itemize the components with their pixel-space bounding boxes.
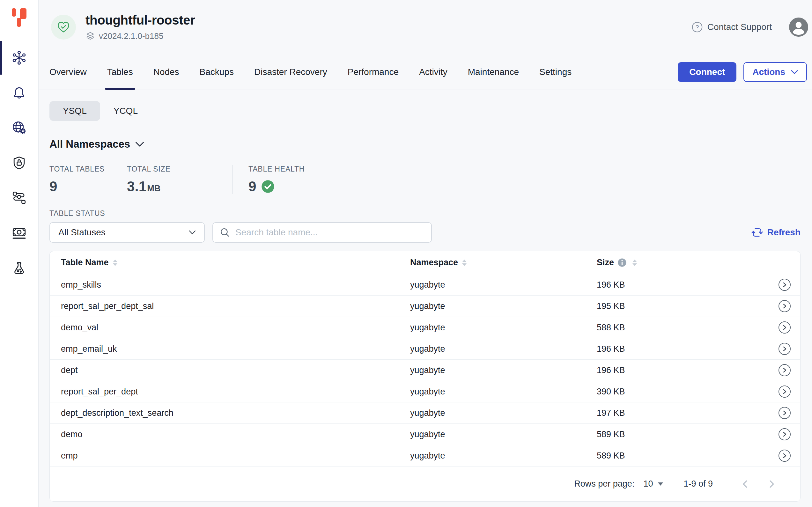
chevron-right-icon xyxy=(782,410,788,416)
tabs: Overview Tables Nodes Backups Disaster R… xyxy=(49,54,572,90)
tab-activity[interactable]: Activity xyxy=(419,54,447,90)
tab-disaster-recovery[interactable]: Disaster Recovery xyxy=(254,54,327,90)
tab-overview[interactable]: Overview xyxy=(49,54,87,90)
tab-backups[interactable]: Backups xyxy=(200,54,234,90)
toggle-ysql[interactable]: YSQL xyxy=(49,101,100,121)
column-size[interactable]: Size xyxy=(597,258,773,268)
table-row[interactable]: dept yugabyte 196 KB xyxy=(50,360,800,381)
layers-icon xyxy=(86,31,95,41)
table-row[interactable]: emp_skills yugabyte 196 KB xyxy=(50,274,800,296)
namespace-dropdown-label: All Namespaces xyxy=(49,138,130,150)
actions-button[interactable]: Actions xyxy=(744,62,807,82)
refresh-button[interactable]: Refresh xyxy=(751,227,801,238)
version-label: v2024.2.1.0-b185 xyxy=(99,31,163,41)
cell-table-name: emp xyxy=(61,451,410,461)
main-area: thoughtful-rooster v2024.2.1.0-b185 ? Co… xyxy=(39,0,812,507)
cell-namespace: yugabyte xyxy=(410,430,597,439)
user-avatar[interactable] xyxy=(789,17,809,37)
search-icon xyxy=(219,227,230,238)
cell-size: 195 KB xyxy=(597,301,773,311)
cell-namespace: yugabyte xyxy=(410,387,597,397)
sidebar xyxy=(0,0,39,507)
table-row[interactable]: report_sal_per_dept_sal yugabyte 195 KB xyxy=(50,296,800,317)
connect-button[interactable]: Connect xyxy=(678,62,737,82)
route-icon xyxy=(12,191,26,205)
tab-nodes[interactable]: Nodes xyxy=(153,54,179,90)
row-open-button[interactable] xyxy=(778,322,791,334)
cell-table-name: report_sal_per_dept xyxy=(61,387,410,397)
column-namespace[interactable]: Namespace xyxy=(410,258,597,268)
tab-settings[interactable]: Settings xyxy=(539,54,572,90)
row-open-button[interactable] xyxy=(778,428,791,440)
flask-icon xyxy=(12,261,26,276)
contact-support-link[interactable]: ? Contact Support xyxy=(692,21,772,33)
cell-namespace: yugabyte xyxy=(410,344,597,354)
cell-namespace: yugabyte xyxy=(410,323,597,333)
cell-table-name: demo xyxy=(61,430,410,439)
stat-value: 9 xyxy=(49,179,127,194)
search-input[interactable] xyxy=(235,227,425,237)
cell-size: 196 KB xyxy=(597,365,773,375)
sidebar-nav xyxy=(0,50,38,276)
previous-page-button[interactable] xyxy=(742,479,749,489)
cell-table-name: emp_skills xyxy=(61,280,410,290)
status-select[interactable]: All Statuses xyxy=(49,222,205,243)
rows-per-page-select[interactable]: 10 xyxy=(643,479,663,489)
row-open-button[interactable] xyxy=(778,386,791,398)
table-row[interactable]: emp yugabyte 589 KB xyxy=(50,445,800,466)
tab-performance[interactable]: Performance xyxy=(347,54,399,90)
cell-size: 588 KB xyxy=(597,323,773,333)
globe-gear-icon xyxy=(12,120,26,135)
row-open-button[interactable] xyxy=(778,450,791,462)
table-row[interactable]: demo yugabyte 589 KB xyxy=(50,424,800,445)
chevron-right-icon xyxy=(782,389,788,394)
stat-unit: MB xyxy=(147,184,160,193)
tab-actions: Connect Actions xyxy=(678,62,807,82)
sort-icon xyxy=(462,259,467,266)
refresh-label: Refresh xyxy=(767,227,801,237)
yugabyte-logo-icon[interactable] xyxy=(11,8,28,27)
title-block: thoughtful-rooster v2024.2.1.0-b185 xyxy=(86,13,195,41)
sidebar-item-alerts[interactable] xyxy=(0,86,38,100)
rows-per-page-value: 10 xyxy=(643,479,653,489)
row-open-button[interactable] xyxy=(778,300,791,312)
column-label: Size xyxy=(597,258,614,268)
sidebar-item-universes[interactable] xyxy=(0,50,38,65)
chevron-down-icon xyxy=(791,70,798,74)
contact-support-label: Contact Support xyxy=(707,22,772,32)
cell-namespace: yugabyte xyxy=(410,301,597,311)
table-row[interactable]: dept_description_text_search yugabyte 19… xyxy=(50,402,800,424)
tab-tables[interactable]: Tables xyxy=(107,54,133,90)
sidebar-item-cloud-config[interactable] xyxy=(0,120,38,135)
sidebar-item-labs[interactable] xyxy=(0,261,38,276)
cluster-health-badge xyxy=(51,15,76,40)
row-open-button[interactable] xyxy=(778,364,791,376)
stat-value: 3.1 xyxy=(127,179,146,194)
sidebar-item-billing[interactable] xyxy=(0,226,38,240)
row-open-button[interactable] xyxy=(778,343,791,355)
cluster-network-icon xyxy=(12,50,26,65)
table-row[interactable]: emp_email_uk yugabyte 196 KB xyxy=(50,338,800,360)
toggle-ycql[interactable]: YCQL xyxy=(100,101,151,121)
tab-maintenance[interactable]: Maintenance xyxy=(468,54,519,90)
namespace-dropdown[interactable]: All Namespaces xyxy=(49,138,801,150)
check-circle-icon xyxy=(261,180,275,193)
table-pagination: Rows per page: 10 1-9 of 9 xyxy=(50,466,800,501)
header-right: ? Contact Support xyxy=(692,17,809,37)
table-row[interactable]: report_sal_per_dept yugabyte 390 KB xyxy=(50,381,800,402)
sidebar-item-security[interactable] xyxy=(0,156,38,170)
column-table-name[interactable]: Table Name xyxy=(61,258,410,268)
next-page-button[interactable] xyxy=(768,479,775,489)
row-open-button[interactable] xyxy=(778,407,791,419)
page-title: thoughtful-rooster xyxy=(86,13,195,27)
column-label: Table Name xyxy=(61,258,109,268)
cell-table-name: report_sal_per_dept_sal xyxy=(61,301,410,311)
tab-bar: Overview Tables Nodes Backups Disaster R… xyxy=(39,54,812,90)
sort-icon xyxy=(632,259,637,266)
row-open-button[interactable] xyxy=(778,279,791,291)
table-row[interactable]: demo_val yugabyte 588 KB xyxy=(50,317,800,338)
sidebar-item-pipelines[interactable] xyxy=(0,191,38,205)
chevron-right-icon xyxy=(782,432,788,437)
stat-label: TABLE HEALTH xyxy=(249,165,305,173)
pagination-range: 1-9 of 9 xyxy=(684,479,713,489)
